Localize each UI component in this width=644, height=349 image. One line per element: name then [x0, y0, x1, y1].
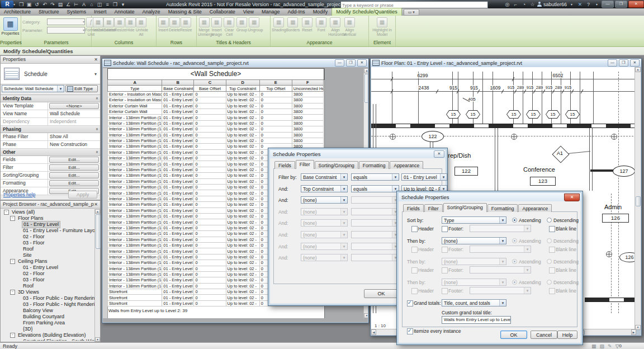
dimension-value[interactable]: 915	[526, 85, 534, 90]
schedule-cell[interactable]: Interior - 138mm Partition (1-hr	[108, 271, 162, 277]
revit-app-menu-icon[interactable]: R	[1, 1, 13, 8]
schedule-cell[interactable]: 01 - Entry Level	[162, 173, 194, 178]
dimension-value[interactable]: 1609	[490, 85, 501, 91]
door-tag[interactable]: 127	[613, 166, 635, 177]
close-icon[interactable]: ✕	[94, 56, 98, 63]
tab-filter[interactable]: Filter	[296, 160, 314, 169]
scroll-left-icon[interactable]: ◀	[371, 329, 376, 335]
schedule-cell[interactable]: 01 - Entry Level	[162, 295, 194, 300]
schedule-cell[interactable]: 0	[194, 161, 226, 167]
parameter-combobox[interactable]	[47, 27, 85, 34]
undo-icon[interactable]: ↶	[41, 1, 49, 8]
room-number[interactable]: 123	[530, 177, 556, 186]
ribbon-button-clear-cell[interactable]: ▦Clear Cell	[223, 17, 235, 36]
tree-item[interactable]: Roof	[2, 246, 94, 252]
tree-item-label[interactable]: 03 - Floor	[22, 240, 46, 246]
column-header[interactable]: Unconnected Heig	[292, 86, 323, 91]
scroll-up-icon[interactable]: ▲	[95, 209, 100, 214]
tree-item-label[interactable]: Site	[22, 252, 33, 258]
schedule-cell[interactable]: 0	[194, 126, 226, 132]
column-header[interactable]: Top Offset	[259, 86, 292, 91]
sync-icon[interactable]: ↺	[33, 1, 41, 8]
section-header-identity-data[interactable]: Identity Data«	[1, 95, 100, 102]
tree-item[interactable]: 03 - Floor	[2, 277, 94, 283]
section-icon[interactable]: ◫	[96, 1, 103, 8]
schedule-cell[interactable]: 3800	[292, 126, 323, 132]
schedule-cell[interactable]: Up to level: 02 -	[226, 115, 259, 120]
help-icon[interactable]: ?	[585, 2, 592, 7]
schedule-cell[interactable]: 0	[194, 225, 226, 230]
schedule-cell[interactable]: 0	[194, 185, 226, 190]
selection-filter-icon[interactable]: ▽	[615, 343, 619, 349]
schedule-cell[interactable]: 01 - Entry Level	[162, 289, 194, 295]
plan-window-titlebar[interactable]: Floor Plan: 01 - Entry Level - rac_advan…	[371, 59, 641, 67]
tab-sorting-grouping[interactable]: Sorting/Grouping	[443, 203, 487, 212]
column-header[interactable]: Base Offset	[194, 86, 226, 91]
schedule-cell[interactable]: 0	[194, 213, 226, 219]
ribbon-button-properties[interactable]: ▦Properties	[1, 17, 20, 36]
schedule-cell[interactable]: Interior - 138mm Partition (1-hr	[108, 132, 162, 138]
schedule-cell[interactable]: 01 - Entry Level	[162, 178, 194, 184]
schedule-cell[interactable]: 0	[259, 126, 292, 132]
filter-field-combobox[interactable]: Base Constraint	[301, 173, 348, 181]
door-tag[interactable]: 126	[619, 252, 636, 262]
ribbon-button-resize[interactable]: ▦Resize	[180, 17, 191, 32]
filter-operator-combobox[interactable]: equals	[351, 173, 399, 181]
parameter-combobox[interactable]	[47, 18, 85, 25]
close-icon[interactable]: ✕	[564, 194, 580, 201]
close-button[interactable]: ✕	[628, 1, 644, 8]
schedule-cell[interactable]: 0	[194, 248, 226, 254]
schedule-cell[interactable]: 0	[259, 120, 292, 126]
property-value[interactable]: New Construction	[48, 141, 100, 148]
schedule-cell[interactable]: 01 - Entry Level	[162, 126, 194, 132]
blank-line-checkbox[interactable]	[549, 226, 555, 232]
design-options-icon[interactable]: ▧	[600, 343, 605, 349]
schedule-cell[interactable]: 0	[194, 103, 226, 109]
schedule-cell[interactable]: Up to level: 02 -	[226, 173, 259, 178]
schedule-cell[interactable]: 01 - Entry Level	[162, 266, 194, 271]
tree-item[interactable]: Roof	[2, 283, 94, 289]
schedule-cell[interactable]: Up to level: 02 -	[226, 161, 259, 167]
column-letter[interactable]: E	[259, 80, 292, 86]
app-menu-arrow-icon[interactable]: ▾	[13, 2, 15, 6]
ribbon-button-delete[interactable]: ▦Delete	[169, 17, 180, 32]
schedule-cell[interactable]: 0	[194, 97, 226, 103]
tree-item-label[interactable]: 01 - Entry Level - Furniture Layout	[22, 228, 94, 234]
filter-field-combobox[interactable]: Top Constraint	[301, 185, 348, 192]
tree-item[interactable]: −Ceiling Plans	[2, 258, 94, 265]
schedule-cell[interactable]: Up to level: 02 -	[226, 225, 259, 230]
tree-item[interactable]: −Elevations (Building Elevation)	[2, 332, 94, 338]
schedule-cell[interactable]: Interior - 138mm Partition (1-hr	[108, 248, 162, 254]
schedule-cell[interactable]: Interior - 138mm Partition (1-hr	[108, 167, 162, 172]
schedule-cell[interactable]: 0	[194, 202, 226, 207]
property-value-button[interactable]: <None>	[49, 103, 99, 109]
tree-item-label[interactable]: 3D Views	[17, 289, 40, 295]
view-scale-label[interactable]: 1 : 10	[375, 323, 386, 328]
column-letter[interactable]: B	[162, 80, 194, 86]
tab-view[interactable]: View	[239, 8, 258, 16]
tab-architecture[interactable]: Architecture	[0, 8, 35, 16]
tree-item[interactable]: 01 - Entry Level - Furniture Layout	[2, 228, 94, 234]
tree-item[interactable]: 02 - Floor	[2, 234, 94, 240]
column-header[interactable]: Base Constraint	[162, 86, 194, 91]
schedule-cell[interactable]: Up to level: 02 -	[226, 289, 259, 295]
schedule-cell[interactable]: 01 - Entry Level	[162, 271, 194, 277]
schedule-cell[interactable]: Interior - 138mm Partition (1-hr	[108, 173, 162, 178]
tree-item-label[interactable]: Building Courtyard	[22, 314, 65, 320]
schedule-cell[interactable]: Up to level: 02 -	[226, 97, 259, 103]
tab-appearance[interactable]: Appearance	[518, 204, 552, 212]
tree-expand-icon[interactable]: −	[10, 259, 15, 264]
properties-help-link[interactable]: Properties help	[3, 192, 35, 197]
ribbon-button-align-horizontal[interactable]: ▦Align Horizontal	[328, 17, 342, 36]
dialog-titlebar[interactable]: Schedule Properties✕	[270, 150, 446, 158]
tab-appearance[interactable]: Appearance	[390, 161, 423, 169]
schedule-cell[interactable]: Up to level: 02 -	[226, 283, 259, 289]
schedule-cell[interactable]: Storefront	[108, 300, 162, 306]
schedule-cell[interactable]: 3800	[292, 138, 323, 143]
ribbon-button-unhide-all[interactable]: ▦Unhide All	[136, 17, 146, 36]
schedule-cell[interactable]: 01 - Entry Level	[162, 219, 194, 225]
window-tag[interactable]: 15	[526, 110, 541, 119]
schedule-cell[interactable]: 0	[194, 277, 226, 283]
room-name[interactable]: Admin	[604, 204, 622, 210]
schedule-cell[interactable]: 0	[194, 138, 226, 143]
